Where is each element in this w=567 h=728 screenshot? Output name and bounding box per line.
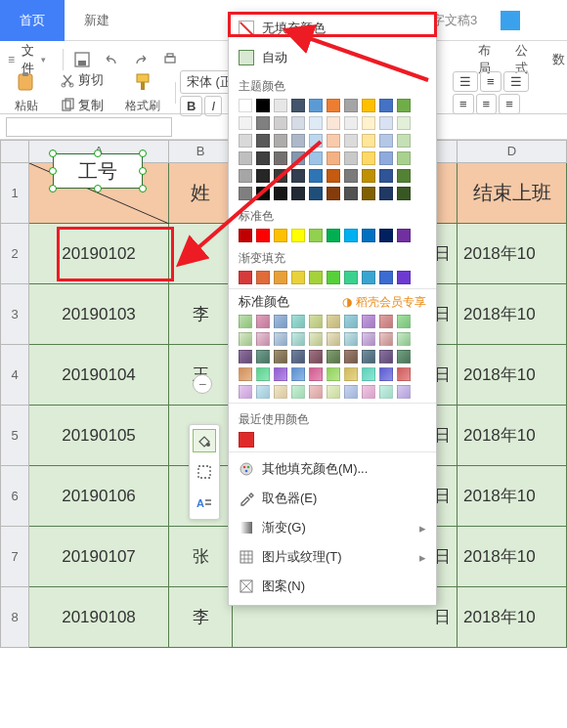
- gradient-swatch[interactable]: [344, 385, 358, 399]
- format-painter-button[interactable]: 格式刷: [118, 68, 167, 117]
- cell[interactable]: 李: [169, 587, 233, 648]
- color-swatch[interactable]: [379, 169, 393, 183]
- cell[interactable]: 2018年10: [458, 224, 567, 284]
- cell[interactable]: 20190103: [29, 284, 169, 345]
- color-swatch[interactable]: [379, 229, 393, 242]
- resize-handle[interactable]: [49, 167, 57, 175]
- select-all-corner[interactable]: [0, 140, 29, 163]
- name-box[interactable]: [6, 117, 172, 137]
- gradient-swatch[interactable]: [274, 350, 287, 364]
- color-swatch[interactable]: [362, 151, 375, 165]
- color-swatch[interactable]: [379, 116, 393, 130]
- color-swatch[interactable]: [256, 169, 270, 183]
- copy-button[interactable]: 复制: [53, 94, 110, 117]
- gradient-swatch[interactable]: [291, 332, 305, 346]
- color-swatch[interactable]: [239, 187, 252, 200]
- color-swatch[interactable]: [239, 116, 252, 130]
- color-swatch[interactable]: [362, 229, 375, 242]
- color-swatch[interactable]: [274, 229, 287, 242]
- gradient-swatch[interactable]: [379, 367, 393, 381]
- color-swatch[interactable]: [362, 116, 375, 130]
- color-swatch[interactable]: [379, 271, 393, 284]
- gradient-swatch[interactable]: [309, 315, 323, 328]
- color-swatch[interactable]: [362, 187, 375, 200]
- row-header[interactable]: 1: [0, 163, 29, 224]
- color-swatch[interactable]: [362, 134, 375, 148]
- gradient-swatch[interactable]: [256, 332, 270, 346]
- row-header[interactable]: 6: [0, 466, 29, 527]
- color-swatch[interactable]: [239, 99, 252, 112]
- color-swatch[interactable]: [397, 187, 411, 200]
- gradient-swatch[interactable]: [397, 332, 411, 346]
- col-header-D[interactable]: D: [458, 140, 567, 163]
- gradient-swatch[interactable]: [239, 332, 252, 346]
- italic-button[interactable]: I: [204, 96, 222, 116]
- gradient-swatch[interactable]: [362, 350, 375, 364]
- color-swatch[interactable]: [274, 99, 287, 112]
- color-swatch[interactable]: [274, 271, 287, 284]
- gradient-swatch[interactable]: [309, 332, 323, 346]
- row-header[interactable]: 5: [0, 406, 29, 466]
- row-header[interactable]: 8: [0, 587, 29, 648]
- gradient-swatch[interactable]: [379, 385, 393, 399]
- gradient-swatch[interactable]: [362, 332, 375, 346]
- row-header[interactable]: 2: [0, 224, 29, 284]
- cell[interactable]: 2018年10: [458, 527, 567, 587]
- color-swatch[interactable]: [327, 134, 340, 148]
- gradient-swatch[interactable]: [239, 367, 252, 381]
- gradient-swatch[interactable]: [256, 367, 270, 381]
- text-style-tool[interactable]: A: [193, 492, 216, 515]
- color-swatch[interactable]: [256, 99, 270, 112]
- gradient-swatch[interactable]: [274, 315, 287, 328]
- color-swatch[interactable]: [344, 271, 358, 284]
- gradient-swatch[interactable]: [327, 385, 340, 399]
- color-swatch[interactable]: [239, 134, 252, 148]
- tab-home[interactable]: 首页: [0, 0, 65, 41]
- resize-handle[interactable]: [139, 150, 147, 157]
- resize-handle[interactable]: [94, 150, 102, 157]
- cell[interactable]: 结束上班: [458, 163, 567, 224]
- ribbon-tab-data[interactable]: 数: [552, 51, 565, 68]
- align-top-button[interactable]: ☰: [453, 71, 478, 92]
- cell[interactable]: 李: [169, 284, 233, 345]
- gradient-swatch[interactable]: [327, 367, 340, 381]
- collapse-icon[interactable]: −: [193, 374, 212, 394]
- gradient-swatch[interactable]: [344, 350, 358, 364]
- color-swatch[interactable]: [274, 151, 287, 165]
- color-swatch[interactable]: [327, 151, 340, 165]
- gradient-swatch[interactable]: [291, 367, 305, 381]
- col-header-B[interactable]: B: [169, 140, 233, 163]
- color-swatch[interactable]: [274, 169, 287, 183]
- cell[interactable]: [169, 224, 233, 284]
- texture-submenu[interactable]: 图片或纹理(T)▸: [229, 542, 436, 572]
- pattern-option[interactable]: 图案(N): [229, 572, 436, 601]
- cell[interactable]: 2018年10: [458, 284, 567, 345]
- align-right-button[interactable]: ≡: [499, 94, 520, 114]
- color-swatch[interactable]: [327, 116, 340, 130]
- resize-handle[interactable]: [49, 150, 57, 157]
- cell[interactable]: 2018年10: [458, 406, 567, 466]
- gradient-swatch[interactable]: [239, 385, 252, 399]
- gradient-swatch[interactable]: [397, 315, 411, 328]
- gradient-submenu[interactable]: 渐变(G)▸: [229, 513, 436, 542]
- gradient-swatch[interactable]: [309, 367, 323, 381]
- color-swatch[interactable]: [397, 151, 411, 165]
- color-swatch[interactable]: [256, 229, 270, 242]
- color-swatch[interactable]: [309, 99, 323, 112]
- gradient-swatch[interactable]: [309, 350, 323, 364]
- gradient-swatch[interactable]: [397, 385, 411, 399]
- align-bot-button[interactable]: ☰: [503, 71, 529, 92]
- gradient-swatch[interactable]: [256, 315, 270, 328]
- color-swatch[interactable]: [397, 271, 411, 284]
- color-swatch[interactable]: [256, 151, 270, 165]
- color-swatch[interactable]: [344, 187, 358, 200]
- color-swatch[interactable]: [327, 169, 340, 183]
- color-swatch[interactable]: [291, 271, 305, 284]
- cell[interactable]: 2018年10: [458, 345, 567, 406]
- cell[interactable]: 2018年10: [458, 466, 567, 527]
- color-swatch[interactable]: [256, 134, 270, 148]
- resize-handle[interactable]: [139, 185, 147, 193]
- color-swatch[interactable]: [256, 116, 270, 130]
- gradient-swatch[interactable]: [327, 332, 340, 346]
- color-swatch[interactable]: [362, 99, 375, 112]
